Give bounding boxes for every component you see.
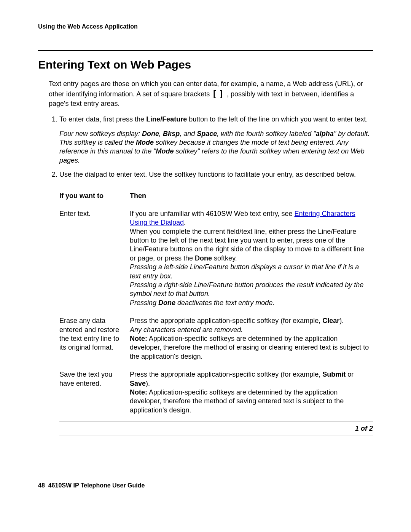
note-mode2: Mode [156, 147, 174, 155]
note-c2: , and [180, 130, 197, 137]
r1-p2c: softkey. [212, 254, 237, 262]
r1-i2: Pressing a right-side Line/Feature butto… [130, 281, 363, 297]
note-bksp: Bksp [163, 130, 180, 137]
r1-done: Done [195, 254, 212, 262]
r1-i3b: Done [158, 299, 175, 307]
table-row: Enter text. If you are unfamiliar with 4… [59, 207, 373, 314]
row3-right: Press the appropriate application-specif… [130, 368, 373, 422]
row1-left: Enter text. [59, 207, 130, 314]
r3-note-label: Note: [130, 388, 147, 396]
table-pagination: 1 of 2 [59, 422, 373, 436]
running-head: Using the Web Access Application [38, 23, 373, 31]
step-2: Use the dialpad to enter text. Use the s… [59, 170, 373, 179]
row2-right: Press the appropriate application-specif… [130, 314, 373, 368]
note-a: Four new softkeys display: [59, 130, 142, 137]
note-c1: , [159, 130, 163, 137]
row2-left: Erase any data entered and restore the t… [59, 314, 130, 368]
r2-note-label: Note: [130, 335, 147, 342]
horizontal-rule [38, 50, 373, 51]
note-b: , with the fourth softkey labeled " [217, 130, 316, 137]
brackets-icon: [ ] [212, 89, 225, 98]
table-footer-row: 1 of 2 [59, 422, 373, 436]
row1-right: If you are unfamiliar with 4610SW Web te… [130, 207, 373, 314]
r2-p1c: ). [339, 317, 344, 324]
action-table: If you want to Then Enter text. If you a… [59, 189, 373, 436]
note-alpha: alpha [316, 130, 334, 137]
row3-left: Save the text you have entered. [59, 368, 130, 422]
r1-i3a: Pressing [130, 299, 158, 307]
r3-p1c: or [346, 371, 354, 378]
col-header-if: If you want to [59, 189, 130, 207]
table-row: Save the text you have entered. Press th… [59, 368, 373, 422]
table-row: Erase any data entered and restore the t… [59, 314, 373, 368]
intro-paragraph: Text entry pages are those on which you … [49, 80, 373, 108]
step1-text-a: To enter data, first press the [59, 115, 146, 123]
r3-save: Save [130, 380, 146, 387]
r1-p1: If you are unfamiliar with 4610SW Web te… [130, 210, 295, 217]
r1-i1: Pressing a left-side Line/Feature button… [130, 263, 359, 280]
step1-bold: Line/Feature [146, 115, 187, 123]
r1-p2a: When you complete the current field/text… [130, 228, 364, 262]
r3-note-text: Application-specific softkeys are determ… [130, 388, 344, 414]
step-1: To enter data, first press the Line/Feat… [59, 115, 373, 165]
step1-text-c: button to the left of the line on which … [187, 115, 368, 123]
r2-i1: Any characters entered are removed. [130, 326, 243, 334]
r2-clear: Clear [322, 317, 339, 324]
softkey-note: Four new softkeys display: Done, Bksp, a… [59, 129, 373, 165]
r2-p1a: Press the appropriate application-specif… [130, 317, 322, 324]
note-mode1: Mode [136, 139, 154, 146]
note-done: Done [142, 130, 159, 137]
r1-p1b: . [184, 219, 186, 226]
note-space: Space [197, 130, 217, 137]
r3-p1e: ). [146, 380, 150, 387]
r3-p1a: Press the appropriate application-specif… [130, 371, 322, 378]
r1-i3c: deactivates the text entry mode. [175, 299, 274, 307]
page-title: Entering Text on Web Pages [38, 57, 373, 72]
col-header-then: Then [130, 189, 373, 207]
r2-note-text: Application-specific softkeys are determ… [130, 335, 369, 360]
steps-list: To enter data, first press the Line/Feat… [49, 115, 373, 179]
r3-submit: Submit [322, 371, 346, 378]
